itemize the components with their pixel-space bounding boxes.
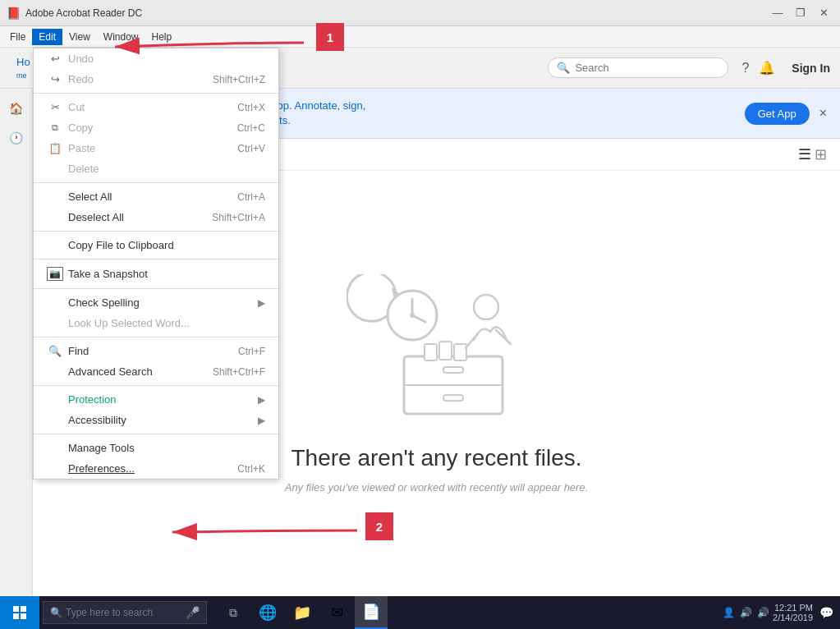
sidebar-recent[interactable]: 🕐	[3, 125, 30, 151]
menu-item-snapshot[interactable]: 📷 Take a Snapshot	[34, 263, 278, 285]
menu-item-cut[interactable]: ✂ Cut Ctrl+X	[34, 97, 278, 117]
menu-file[interactable]: File	[3, 29, 32, 45]
dropdown-menu-container: ↩ Undo ↪ Redo Shift+Ctrl+Z ✂ Cut Ctrl+X …	[33, 48, 279, 480]
menu-item-deselectall[interactable]: Deselect All Shift+Ctrl+A	[34, 207, 278, 227]
svg-rect-11	[454, 344, 466, 360]
window-title: Adobe Acrobat Reader DC	[25, 7, 768, 19]
start-button[interactable]	[0, 596, 39, 629]
svg-rect-18	[21, 606, 26, 612]
svg-rect-7	[443, 367, 463, 373]
sidebar-home[interactable]: 🏠	[3, 95, 30, 122]
no-files-subtitle: Any files you've viewed or worked with r…	[285, 481, 589, 494]
search-input[interactable]	[575, 62, 719, 74]
menu-item-spelling[interactable]: Check Spelling ▶	[34, 292, 278, 313]
menu-item-redo[interactable]: ↪ Redo Shift+Ctrl+Z	[34, 69, 278, 90]
no-files-title: There aren't any recent files.	[291, 445, 582, 471]
svg-point-3	[410, 313, 415, 318]
svg-rect-20	[21, 613, 26, 619]
taskbar-app-explorer[interactable]: 📁	[286, 596, 319, 629]
taskbar-apps: ⧉ 🌐 📁 ✉ 📄	[217, 596, 388, 629]
svg-rect-9	[425, 344, 437, 360]
menu-item-protection[interactable]: Protection ▶	[34, 389, 278, 410]
menu-item-lookup[interactable]: Look Up Selected Word...	[34, 313, 278, 333]
svg-rect-10	[439, 342, 452, 360]
svg-rect-8	[443, 395, 463, 401]
callout-1: 1	[316, 23, 344, 51]
notification-bell[interactable]: 🔔	[759, 60, 775, 76]
menu-item-preferences[interactable]: Preferences... Ctrl+K	[34, 458, 278, 479]
volume-icon[interactable]: 🔊	[740, 607, 752, 618]
menu-item-managetools[interactable]: Manage Tools	[34, 438, 278, 458]
battery-icon[interactable]: 🔊	[757, 607, 769, 618]
taskbar-search-icon: 🔍	[50, 607, 62, 618]
paste-icon: 📋	[47, 142, 63, 154]
cut-icon: ✂	[47, 101, 63, 113]
menu-item-paste[interactable]: 📋 Paste Ctrl+V	[34, 138, 278, 158]
menu-view[interactable]: View	[62, 29, 97, 45]
grid-view-button[interactable]: ⊞	[815, 145, 827, 163]
help-button[interactable]: ?	[741, 61, 749, 76]
sign-in-button[interactable]: Sign In	[792, 62, 830, 75]
sidebar: 🏠 🕐	[0, 89, 33, 596]
separator-3	[34, 231, 278, 232]
menu-item-copyfile[interactable]: Copy File to Clipboard	[34, 235, 278, 255]
find-search-icon: 🔍	[47, 345, 63, 357]
app-icon: 📕	[7, 7, 21, 20]
separator-7	[34, 385, 278, 386]
search-icon: 🔍	[557, 62, 570, 74]
menu-item-selectall[interactable]: Select All Ctrl+A	[34, 186, 278, 207]
close-button[interactable]: ✕	[814, 5, 833, 21]
taskbar: 🔍 🎤 ⧉ 🌐 📁 ✉ 📄 👤 🔊 🔊 12:21 PM 2/14/2019 💬	[0, 596, 840, 629]
menu-bar: File Edit View Window Help	[0, 26, 840, 48]
list-view-button[interactable]: ☰	[798, 145, 811, 163]
notification-icon[interactable]: 💬	[819, 606, 833, 619]
callout-2: 2	[365, 512, 393, 540]
network-icon[interactable]: 👤	[723, 607, 735, 618]
menu-item-copy[interactable]: ⧉ Copy Ctrl+C	[34, 117, 278, 138]
callout-2-box: 2	[365, 512, 393, 540]
title-bar: 📕 Adobe Acrobat Reader DC — ❐ ✕	[0, 0, 840, 26]
menu-item-advanced-search[interactable]: Advanced Search Shift+Ctrl+F	[34, 361, 278, 382]
redo-icon: ↪	[47, 73, 63, 85]
separator-8	[34, 434, 278, 434]
menu-item-find[interactable]: 🔍 Find Ctrl+F	[34, 341, 278, 361]
submenu-arrow-spelling: ▶	[258, 297, 265, 309]
taskbar-clock: 12:21 PM 2/14/2019	[773, 603, 813, 622]
minimize-button[interactable]: —	[768, 5, 787, 21]
menu-item-accessibility[interactable]: Accessibility ▶	[34, 410, 278, 430]
separator-4	[34, 259, 278, 259]
edit-dropdown-menu: ↩ Undo ↪ Redo Shift+Ctrl+Z ✂ Cut Ctrl+X …	[33, 48, 279, 480]
svg-point-12	[474, 295, 498, 319]
callout-1-box: 1	[316, 23, 344, 51]
submenu-arrow-protection: ▶	[258, 394, 265, 406]
taskbar-search-box[interactable]: 🔍 🎤	[43, 601, 207, 624]
taskbar-search-input[interactable]	[66, 607, 182, 618]
window-controls: — ❐ ✕	[768, 5, 833, 21]
taskbar-app-mail[interactable]: ✉	[320, 596, 353, 629]
menu-item-delete[interactable]: Delete	[34, 158, 278, 179]
taskbar-app-acrobat[interactable]: 📄	[355, 596, 388, 629]
camera-icon: 📷	[47, 267, 63, 281]
menu-help[interactable]: Help	[145, 29, 179, 45]
taskbar-app-edge[interactable]: 🌐	[251, 596, 284, 629]
svg-line-13	[466, 333, 478, 348]
toolbar-icons: ? 🔔 Sign In	[741, 60, 830, 76]
menu-item-undo[interactable]: ↩ Undo	[34, 48, 278, 69]
empty-state-illustration	[347, 274, 527, 425]
menu-edit[interactable]: Edit	[32, 29, 62, 45]
microphone-icon: 🎤	[186, 606, 200, 619]
svg-rect-17	[13, 606, 19, 612]
separator-6	[34, 337, 278, 337]
svg-rect-19	[13, 613, 19, 619]
get-app-button[interactable]: Get App	[745, 103, 810, 125]
menu-window[interactable]: Window	[97, 29, 145, 45]
taskbar-right: 👤 🔊 🔊 12:21 PM 2/14/2019 💬	[723, 603, 840, 622]
separator-1	[34, 93, 278, 94]
separator-2	[34, 182, 278, 183]
banner-close-button[interactable]: ×	[819, 106, 827, 121]
separator-5	[34, 288, 278, 289]
search-box[interactable]: 🔍	[548, 57, 728, 78]
taskbar-app-taskview[interactable]: ⧉	[217, 596, 250, 629]
restore-button[interactable]: ❐	[791, 5, 810, 21]
system-tray-icons: 👤 🔊 🔊	[723, 607, 769, 618]
